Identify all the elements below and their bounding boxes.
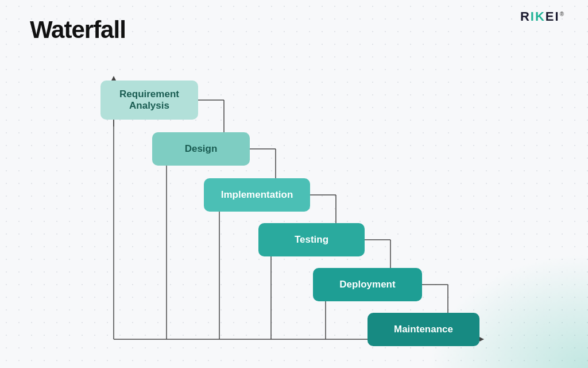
page: Waterfall RIKEI® — [0, 0, 588, 368]
step-testing: Testing — [258, 223, 365, 256]
svg-marker-1 — [479, 337, 484, 342]
waterfall-diagram: RequirementAnalysis Design Implementatio… — [46, 63, 540, 345]
step-implementation: Implementation — [204, 178, 310, 212]
page-title: Waterfall — [30, 16, 126, 44]
step-design: Design — [152, 132, 250, 166]
logo-name: RIKEI® — [520, 10, 565, 23]
svg-marker-8 — [111, 76, 116, 80]
logo: RIKEI® — [520, 10, 565, 24]
step-requirement-analysis: RequirementAnalysis — [100, 80, 198, 120]
step-maintenance: Maintenance — [368, 313, 479, 346]
step-deployment: Deployment — [313, 268, 422, 301]
